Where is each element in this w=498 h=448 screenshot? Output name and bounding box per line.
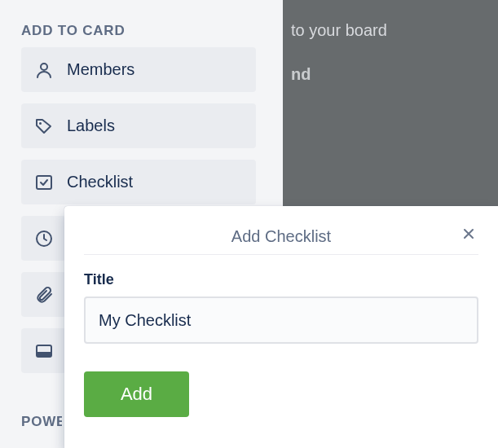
checklist-label: Checklist bbox=[67, 173, 133, 191]
checklist-button[interactable]: Checklist bbox=[21, 160, 256, 204]
person-icon bbox=[33, 59, 55, 81]
members-button[interactable]: Members bbox=[21, 47, 256, 92]
attachment-button[interactable] bbox=[21, 272, 66, 317]
svg-rect-5 bbox=[37, 352, 51, 357]
add-checklist-popover: Add Checklist Title Add bbox=[64, 206, 498, 448]
title-field-label: Title bbox=[84, 271, 478, 288]
members-label: Members bbox=[67, 60, 134, 79]
popover-title: Add Checklist bbox=[231, 227, 331, 246]
labels-label: Labels bbox=[67, 116, 115, 135]
checklist-icon bbox=[33, 171, 55, 194]
labels-button[interactable]: Labels bbox=[21, 103, 256, 148]
cover-icon bbox=[33, 340, 55, 362]
checklist-title-input[interactable] bbox=[84, 296, 478, 344]
board-backdrop: to your board nd bbox=[283, 0, 498, 206]
close-icon bbox=[461, 226, 477, 242]
popover-header: Add Checklist bbox=[84, 219, 478, 255]
due-date-button[interactable] bbox=[21, 216, 66, 261]
svg-rect-2 bbox=[37, 176, 51, 189]
power-ups-heading: POWER-UPS bbox=[21, 414, 62, 430]
svg-point-1 bbox=[39, 122, 42, 125]
clock-icon bbox=[33, 227, 55, 250]
svg-point-0 bbox=[41, 64, 47, 70]
tag-icon bbox=[33, 115, 55, 138]
backdrop-text-line2: nd bbox=[291, 64, 490, 85]
cover-button[interactable] bbox=[21, 328, 66, 373]
attachment-icon bbox=[33, 283, 55, 306]
close-button[interactable] bbox=[456, 221, 482, 247]
add-to-card-heading: ADD TO CARD bbox=[0, 0, 283, 47]
add-button[interactable]: Add bbox=[84, 371, 189, 417]
backdrop-text-line1: to your board bbox=[291, 20, 490, 41]
